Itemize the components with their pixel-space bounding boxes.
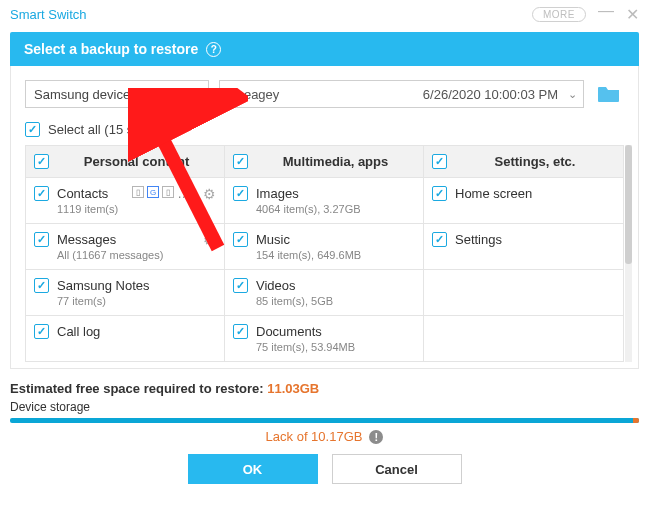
item-home-screen[interactable]: Home screen [424, 178, 623, 224]
col-title: Settings, etc. [455, 154, 615, 169]
item-sub: 4064 item(s), 3.27GB [256, 203, 361, 215]
select-all-checkbox[interactable] [25, 122, 40, 137]
chevron-down-icon: ⌄ [568, 88, 577, 101]
item-sub: 75 item(s), 53.94MB [256, 341, 355, 353]
item-sub: 154 item(s), 649.6MB [256, 249, 361, 261]
item-videos[interactable]: Videos 85 item(s), 5GB [225, 270, 424, 316]
backup-select[interactable]: Beeagey 6/26/2020 10:00:03 PM ⌄ [219, 80, 584, 108]
scrollbar[interactable] [625, 145, 632, 362]
backup-name: Beeagey [228, 87, 279, 102]
item-sub: All (11667 messages) [57, 249, 163, 261]
gear-icon[interactable]: ⚙ [203, 232, 216, 248]
lack-label: Lack of 10.17GB [266, 429, 363, 444]
item-label: Call log [57, 324, 100, 339]
empty-cell [424, 316, 623, 361]
app-name: Smart Switch [10, 7, 87, 22]
ok-button[interactable]: OK [188, 454, 318, 484]
col-header-personal: Personal content [26, 146, 225, 178]
item-checkbox[interactable] [34, 186, 49, 201]
col-header-settings: Settings, etc. [424, 146, 623, 178]
more-icon: … [177, 186, 190, 201]
folder-icon [597, 84, 621, 104]
item-checkbox[interactable] [233, 186, 248, 201]
item-label: Music [256, 232, 361, 247]
item-documents[interactable]: Documents 75 item(s), 53.94MB [225, 316, 424, 361]
sim-icon: ▯ [162, 186, 174, 198]
item-contacts[interactable]: Contacts 1119 item(s) ▯ G ▯ … ⚙ [26, 178, 225, 224]
item-checkbox[interactable] [432, 232, 447, 247]
item-sub: 85 item(s), 5GB [256, 295, 333, 307]
more-button[interactable]: MORE [532, 7, 586, 22]
chevron-down-icon: ⌄ [191, 88, 200, 101]
cancel-button[interactable]: Cancel [332, 454, 462, 484]
banner: Select a backup to restore ? [10, 32, 639, 66]
item-label: Images [256, 186, 361, 201]
close-button[interactable]: ✕ [626, 5, 639, 24]
browse-folder-button[interactable] [594, 82, 624, 106]
help-icon[interactable]: ? [206, 42, 221, 57]
minimize-button[interactable]: — [598, 2, 614, 20]
source-dropdown[interactable]: Samsung device data ⌄ [25, 80, 209, 108]
item-checkbox[interactable] [34, 324, 49, 339]
col-title: Personal content [57, 154, 216, 169]
item-checkbox[interactable] [432, 186, 447, 201]
item-label: Home screen [455, 186, 532, 201]
content-grid: Personal content Multimedia, apps Settin… [25, 145, 624, 362]
item-label: Contacts [57, 186, 118, 201]
estimate-value: 11.03GB [267, 381, 319, 396]
device-icon: ▯ [132, 186, 144, 198]
item-checkbox[interactable] [233, 324, 248, 339]
item-music[interactable]: Music 154 item(s), 649.6MB [225, 224, 424, 270]
footer: Estimated free space required to restore… [10, 381, 639, 484]
main-panel: Samsung device data ⌄ Beeagey 6/26/2020 … [10, 66, 639, 369]
col-title: Multimedia, apps [256, 154, 415, 169]
storage-bar [10, 418, 639, 423]
item-checkbox[interactable] [34, 232, 49, 247]
titlebar: Smart Switch MORE — ✕ [0, 0, 649, 28]
storage-label: Device storage [10, 400, 639, 414]
item-checkbox[interactable] [233, 232, 248, 247]
item-samsung-notes[interactable]: Samsung Notes 77 item(s) [26, 270, 225, 316]
item-label: Settings [455, 232, 502, 247]
item-sub: 77 item(s) [57, 295, 150, 307]
item-sub: 1119 item(s) [57, 203, 118, 215]
col-checkbox-multimedia[interactable] [233, 154, 248, 169]
item-label: Videos [256, 278, 333, 293]
gear-icon[interactable]: ⚙ [203, 186, 216, 202]
google-icon: G [147, 186, 159, 198]
item-label: Samsung Notes [57, 278, 150, 293]
col-checkbox-personal[interactable] [34, 154, 49, 169]
item-checkbox[interactable] [233, 278, 248, 293]
col-header-multimedia: Multimedia, apps [225, 146, 424, 178]
item-call-log[interactable]: Call log [26, 316, 225, 361]
select-all-label: Select all (15 selected) [48, 122, 180, 137]
item-label: Messages [57, 232, 163, 247]
item-label: Documents [256, 324, 355, 339]
select-all-row[interactable]: Select all (15 selected) [25, 122, 624, 137]
estimate-label: Estimated free space required to restore… [10, 381, 264, 396]
empty-cell [424, 270, 623, 316]
warning-icon: ! [369, 430, 383, 444]
backup-date: 6/26/2020 10:00:03 PM [423, 87, 558, 102]
contacts-source-icons: ▯ G ▯ … [132, 186, 190, 201]
col-checkbox-settings[interactable] [432, 154, 447, 169]
banner-title: Select a backup to restore [24, 41, 198, 57]
source-dropdown-label: Samsung device data [34, 87, 159, 102]
scrollbar-thumb[interactable] [625, 145, 632, 264]
item-messages[interactable]: Messages All (11667 messages) ⚙ [26, 224, 225, 270]
item-images[interactable]: Images 4064 item(s), 3.27GB [225, 178, 424, 224]
item-settings[interactable]: Settings [424, 224, 623, 270]
item-checkbox[interactable] [34, 278, 49, 293]
